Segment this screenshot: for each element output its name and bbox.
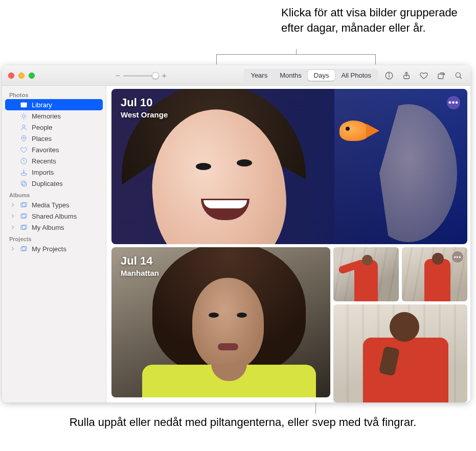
more-button[interactable]: ••• bbox=[452, 251, 463, 263]
sidebar-section-albums: Albums bbox=[2, 189, 106, 199]
fullscreen-button[interactable] bbox=[29, 73, 35, 79]
memories-icon bbox=[19, 112, 28, 120]
share-icon[interactable] bbox=[402, 71, 411, 80]
chevron-right-icon bbox=[10, 246, 15, 251]
svg-point-9 bbox=[22, 115, 25, 117]
sidebar-item-label: Memories bbox=[32, 112, 61, 120]
segment-days[interactable]: Days bbox=[308, 70, 335, 81]
svg-rect-4 bbox=[438, 74, 443, 79]
callout-line bbox=[315, 402, 316, 414]
people-icon bbox=[19, 123, 28, 131]
svg-point-5 bbox=[456, 73, 460, 77]
album-icon bbox=[19, 223, 28, 231]
sidebar-item-my-albums[interactable]: My Albums bbox=[5, 222, 103, 233]
window-controls bbox=[8, 73, 39, 79]
sidebar-item-label: Library bbox=[32, 101, 52, 109]
zoom-slider[interactable] bbox=[123, 72, 159, 79]
segment-years[interactable]: Years bbox=[244, 70, 274, 81]
photo-thumbnail[interactable] bbox=[333, 247, 399, 301]
svg-rect-14 bbox=[21, 181, 25, 185]
day-place: Manhattan bbox=[121, 269, 159, 277]
sidebar-item-label: Duplicates bbox=[32, 180, 63, 187]
sidebar-section-projects: Projects bbox=[2, 233, 106, 243]
sidebar-item-label: Shared Albums bbox=[32, 212, 77, 220]
places-icon bbox=[19, 134, 28, 143]
segment-months[interactable]: Months bbox=[274, 70, 308, 81]
sidebar-item-label: Media Types bbox=[32, 201, 69, 209]
favorite-icon[interactable] bbox=[419, 71, 428, 80]
svg-rect-15 bbox=[22, 182, 27, 186]
duplicates-icon bbox=[19, 179, 28, 187]
day-header: Jul 10 West Orange bbox=[121, 96, 168, 119]
sidebar-item-my-projects[interactable]: My Projects bbox=[5, 243, 103, 254]
rotate-icon[interactable] bbox=[437, 71, 446, 80]
sidebar-item-label: Places bbox=[32, 135, 52, 143]
segment-all-photos[interactable]: All Photos bbox=[335, 70, 377, 81]
sidebar-item-label: People bbox=[32, 124, 52, 131]
sidebar-item-shared-albums[interactable]: Shared Albums bbox=[5, 210, 103, 222]
svg-rect-13 bbox=[21, 173, 26, 175]
sidebar-item-label: Favorites bbox=[32, 146, 59, 154]
chevron-right-icon bbox=[10, 225, 15, 230]
toolbar-icons bbox=[384, 71, 463, 80]
library-icon bbox=[19, 101, 28, 109]
minimize-button[interactable] bbox=[18, 73, 25, 79]
sidebar-item-duplicates[interactable]: Duplicates bbox=[5, 178, 103, 189]
sidebar-item-label: My Projects bbox=[32, 245, 66, 253]
sidebar-item-places[interactable]: Places bbox=[5, 133, 103, 144]
zoom-out-button[interactable]: − bbox=[116, 71, 120, 80]
chevron-right-icon bbox=[10, 202, 15, 207]
day-group: Jul 10 West Orange ••• bbox=[111, 89, 467, 244]
album-icon bbox=[19, 201, 28, 209]
zoom-control: − + bbox=[116, 71, 167, 80]
more-button[interactable]: ••• bbox=[447, 96, 460, 109]
photos-window: − + Years Months Days All Photos bbox=[2, 65, 470, 402]
svg-point-11 bbox=[22, 137, 24, 138]
photo-thumbnail[interactable] bbox=[333, 304, 467, 402]
heart-icon bbox=[19, 146, 28, 154]
photo-grid[interactable]: Jul 10 West Orange ••• Jul 14 Manhattan bbox=[106, 86, 470, 402]
callout-line bbox=[216, 54, 376, 64]
zoom-in-button[interactable]: + bbox=[162, 71, 167, 80]
day-hero-photo[interactable]: Jul 14 Manhattan bbox=[111, 247, 330, 397]
album-icon bbox=[19, 212, 28, 220]
sidebar-item-favorites[interactable]: Favorites bbox=[5, 144, 103, 155]
day-group: Jul 14 Manhattan ••• bbox=[111, 247, 467, 402]
sidebar-item-memories[interactable]: Memories bbox=[5, 110, 103, 122]
sidebar-item-recents[interactable]: Recents bbox=[5, 155, 103, 167]
sidebar-item-label: Imports bbox=[32, 169, 54, 176]
svg-point-10 bbox=[22, 125, 25, 127]
sidebar-section-photos: Photos bbox=[2, 89, 106, 99]
sidebar-item-media-types[interactable]: Media Types bbox=[5, 199, 103, 210]
callout-line bbox=[296, 49, 297, 54]
svg-rect-8 bbox=[20, 103, 26, 104]
sidebar: Photos Library Memories People Places Fa… bbox=[2, 86, 106, 402]
search-icon[interactable] bbox=[454, 71, 463, 80]
day-date: Jul 14 bbox=[121, 254, 159, 268]
callout-bottom: Rulla uppåt eller nedåt med piltangenter… bbox=[41, 415, 445, 430]
close-button[interactable] bbox=[8, 73, 14, 79]
folder-icon bbox=[19, 245, 28, 253]
day-date: Jul 10 bbox=[121, 96, 168, 109]
clock-icon bbox=[19, 157, 28, 165]
day-header: Jul 14 Manhattan bbox=[121, 254, 159, 277]
sidebar-item-label: My Albums bbox=[32, 224, 64, 231]
sidebar-item-label: Recents bbox=[32, 157, 56, 165]
sidebar-item-people[interactable]: People bbox=[5, 122, 103, 133]
info-icon[interactable] bbox=[384, 71, 394, 80]
sidebar-item-library[interactable]: Library bbox=[5, 99, 103, 110]
view-segmented-control: Years Months Days All Photos bbox=[243, 69, 378, 82]
day-hero-photo[interactable]: Jul 10 West Orange ••• bbox=[111, 89, 467, 244]
day-place: West Orange bbox=[121, 110, 168, 119]
chevron-right-icon bbox=[10, 213, 15, 219]
svg-line-6 bbox=[460, 77, 462, 79]
sidebar-item-imports[interactable]: Imports bbox=[5, 167, 103, 178]
photo-thumbnail[interactable]: ••• bbox=[402, 247, 467, 301]
svg-point-2 bbox=[389, 73, 389, 74]
import-icon bbox=[19, 168, 28, 176]
window-titlebar: − + Years Months Days All Photos bbox=[2, 65, 470, 86]
callout-top: Klicka för att visa bilder grupperade ef… bbox=[281, 5, 465, 35]
